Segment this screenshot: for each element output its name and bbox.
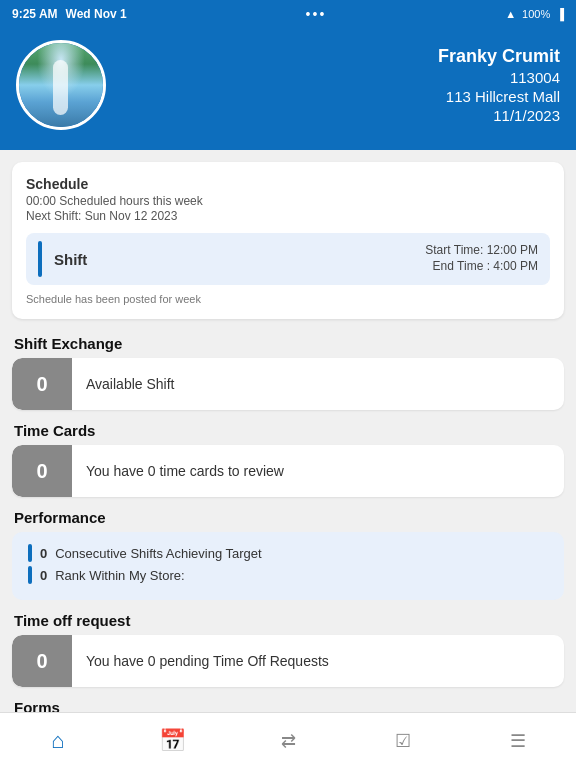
perf-indicator-2: [28, 566, 32, 584]
battery-text: 100%: [522, 8, 550, 20]
shift-exchange-row[interactable]: 0 Available Shift: [12, 358, 564, 410]
time-off-count: 0: [12, 635, 72, 687]
shift-label: Shift: [54, 251, 425, 268]
status-dots: •••: [306, 6, 327, 22]
performance-title: Performance: [12, 509, 564, 526]
shift-exchange-count: 0: [12, 358, 72, 410]
performance-rank-row: 0 Rank Within My Store:: [28, 566, 548, 584]
user-location: 113 Hillcrest Mall: [122, 88, 560, 105]
menu-icon: ☰: [510, 730, 526, 752]
header-info: Franky Crumit 113004 113 Hillcrest Mall …: [122, 46, 560, 124]
schedule-card: Schedule 00:00 Scheduled hours this week…: [12, 162, 564, 319]
time-off-title: Time off request: [12, 612, 564, 629]
end-time: End Time : 4:00 PM: [425, 259, 538, 273]
time-cards-count: 0: [12, 445, 72, 497]
shift-exchange-text: Available Shift: [72, 376, 564, 392]
tasks-icon: ☑: [395, 730, 411, 752]
status-icons: ▲ 100% ▐: [505, 8, 564, 20]
consecutive-value: 0: [40, 546, 47, 561]
nav-home[interactable]: ⌂: [0, 713, 115, 768]
nav-tasks[interactable]: ☑: [346, 713, 461, 768]
time-off-section: Time off request 0 You have 0 pending Ti…: [12, 612, 564, 687]
time-cards-title: Time Cards: [12, 422, 564, 439]
avatar: [16, 40, 106, 130]
calendar-icon: 📅: [159, 728, 186, 754]
performance-section: Performance 0 Consecutive Shifts Achievi…: [12, 509, 564, 600]
perf-indicator-1: [28, 544, 32, 562]
schedule-next-shift: Next Shift: Sun Nov 12 2023: [26, 209, 550, 223]
battery-icon: ▐: [556, 8, 564, 20]
home-icon: ⌂: [51, 728, 64, 754]
schedule-hours: 00:00 Scheduled hours this week: [26, 194, 550, 208]
shift-exchange-title: Shift Exchange: [12, 335, 564, 352]
start-time: Start Time: 12:00 PM: [425, 243, 538, 257]
exchange-icon: ⇄: [281, 730, 296, 752]
rank-label: Rank Within My Store:: [55, 568, 184, 583]
shift-times: Start Time: 12:00 PM End Time : 4:00 PM: [425, 243, 538, 275]
rank-value: 0: [40, 568, 47, 583]
header-date: 11/1/2023: [122, 107, 560, 124]
shift-block[interactable]: Shift Start Time: 12:00 PM End Time : 4:…: [26, 233, 550, 285]
status-bar: 9:25 AM Wed Nov 1 ••• ▲ 100% ▐: [0, 0, 576, 28]
time-cards-section: Time Cards 0 You have 0 time cards to re…: [12, 422, 564, 497]
time-off-text: You have 0 pending Time Off Requests: [72, 653, 564, 669]
consecutive-label: Consecutive Shifts Achieving Target: [55, 546, 261, 561]
user-name: Franky Crumit: [122, 46, 560, 67]
avatar-image: [19, 43, 103, 127]
status-time: 9:25 AM: [12, 7, 58, 21]
shift-exchange-section: Shift Exchange 0 Available Shift: [12, 335, 564, 410]
time-cards-text: You have 0 time cards to review: [72, 463, 564, 479]
nav-menu[interactable]: ☰: [461, 713, 576, 768]
time-cards-row[interactable]: 0 You have 0 time cards to review: [12, 445, 564, 497]
nav-calendar[interactable]: 📅: [115, 713, 230, 768]
schedule-title: Schedule: [26, 176, 550, 192]
performance-card: 0 Consecutive Shifts Achieving Target 0 …: [12, 532, 564, 600]
wifi-icon: ▲: [505, 8, 516, 20]
nav-exchange[interactable]: ⇄: [230, 713, 345, 768]
bottom-nav: ⌂ 📅 ⇄ ☑ ☰: [0, 712, 576, 768]
time-off-row[interactable]: 0 You have 0 pending Time Off Requests: [12, 635, 564, 687]
schedule-posted: Schedule has been posted for week: [26, 293, 550, 305]
performance-consecutive-row: 0 Consecutive Shifts Achieving Target: [28, 544, 548, 562]
shift-indicator: [38, 241, 42, 277]
status-date: Wed Nov 1: [66, 7, 127, 21]
main-content: Schedule 00:00 Scheduled hours this week…: [0, 150, 576, 768]
user-id: 113004: [122, 69, 560, 86]
header: Franky Crumit 113004 113 Hillcrest Mall …: [0, 28, 576, 150]
